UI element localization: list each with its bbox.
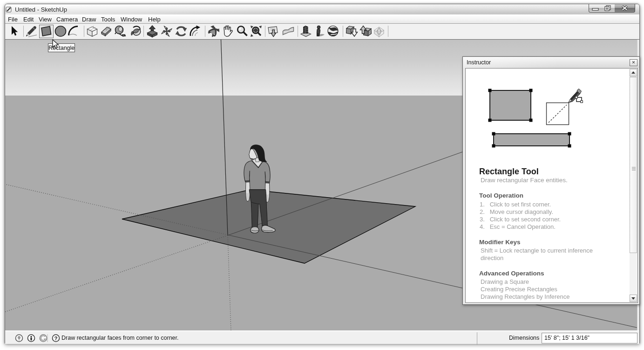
svg-text:?: ?: [54, 336, 57, 341]
